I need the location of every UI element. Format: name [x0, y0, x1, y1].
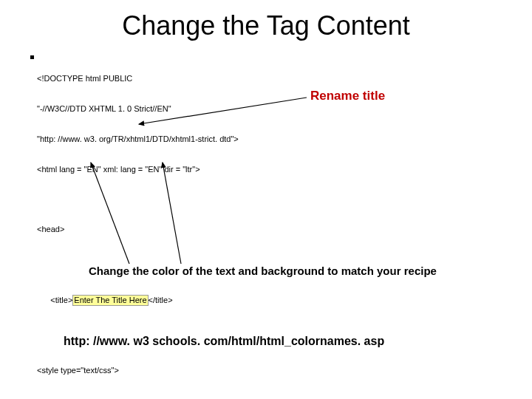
change-color-label: Change the color of the text and backgro… — [89, 265, 437, 277]
code-line: "-//W3C//DTD XHTML 1. 0 Strict//EN" — [37, 104, 239, 115]
code-line-body-style: body {color: yellow ; background: blue} — [37, 396, 239, 399]
code-line: <!DOCTYPE html PUBLIC — [37, 74, 239, 84]
code-line: "http: //www. w3. org/TR/xhtml1/DTD/xhtm… — [37, 134, 239, 145]
code-line: <style type="text/css"> — [37, 366, 239, 376]
slide-title: Change the Tag Content — [0, 10, 532, 41]
bullet-icon — [30, 55, 34, 59]
rename-title-label: Rename title — [310, 89, 385, 103]
title-close: </title> — [149, 296, 173, 304]
code-line: <head> — [37, 225, 239, 235]
title-open: <title> — [50, 296, 72, 304]
reference-url: http: //www. w3 schools. com/html/html_c… — [64, 335, 384, 348]
code-gap — [37, 255, 239, 264]
code-line-title: <title>Enter The Title Here</title> — [37, 284, 239, 316]
code-gap — [37, 196, 239, 205]
title-text-highlight: Enter The Title Here — [72, 295, 148, 307]
slide: Change the Tag Content <!DOCTYPE html PU… — [0, 0, 532, 399]
code-line: <html lang = "EN" xml: lang = "EN" dir =… — [37, 165, 239, 175]
